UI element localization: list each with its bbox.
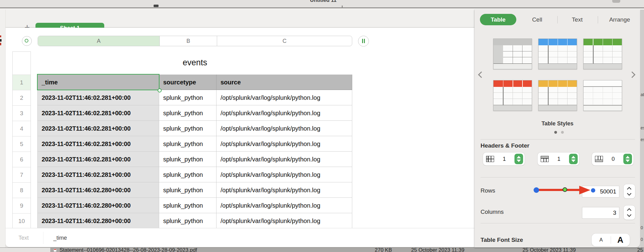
decrease-font-button[interactable]: A — [592, 237, 611, 243]
annotation-mid-dot — [563, 187, 567, 192]
row-header-blank[interactable] — [13, 52, 31, 75]
stepper-up-icon[interactable] — [627, 208, 631, 213]
table-style-green-header[interactable] — [583, 39, 622, 69]
footer-rows-stepper[interactable]: 0 — [592, 152, 634, 165]
annotation-target-dot — [591, 188, 595, 193]
style-gallery-prev-chevron-icon[interactable] — [478, 71, 485, 78]
cell-time[interactable]: 2023-11-02T11:46:02.280+00:00 — [38, 198, 159, 213]
cell-source[interactable]: /opt/splunk/var/log/splunk/python.log — [217, 182, 352, 198]
table-style-gray-grid[interactable] — [493, 39, 532, 69]
row-header-9[interactable]: 9 — [13, 198, 31, 213]
table-row: 2023-11-02T11:46:02.281+00:00 splunk_pyt… — [38, 121, 352, 136]
cell-source[interactable]: /opt/splunk/var/log/splunk/python.log — [217, 213, 352, 229]
format-inspector-panel: Table Cell Text Arrange — [474, 10, 640, 247]
columns-stepper[interactable] — [624, 205, 635, 220]
cell-time[interactable]: 2023-11-02T11:46:02.281+00:00 — [38, 90, 159, 105]
table-style-red-header[interactable] — [493, 80, 532, 111]
table-row: 2023-11-02T11:46:02.280+00:00 splunk_pyt… — [38, 198, 352, 213]
annotation-arrow-line — [536, 189, 586, 191]
row-header-4[interactable]: 4 — [13, 121, 31, 136]
cell-sourcetype[interactable]: splunk_python — [159, 182, 217, 198]
document-title: Untitled 11 — [292, 0, 354, 3]
header-cell-sourcetype[interactable]: sourcetype — [159, 75, 217, 90]
add-column-glyph — [364, 39, 365, 43]
columns-label: Columns — [481, 209, 504, 215]
gallery-page-dot-active[interactable] — [554, 131, 557, 134]
cell-time[interactable]: 2023-11-02T11:46:02.281+00:00 — [38, 121, 159, 136]
footer-rows-updown[interactable] — [623, 154, 632, 164]
stepper-down-icon[interactable] — [627, 213, 631, 217]
row-header-10[interactable]: 10 — [13, 213, 31, 229]
toolbar-fragment — [612, 0, 620, 3]
cell-source[interactable]: /opt/splunk/var/log/splunk/python.log — [217, 167, 352, 182]
annotation-start-dot — [534, 187, 539, 193]
cell-source[interactable]: /opt/splunk/var/log/splunk/python.log — [217, 198, 352, 213]
increase-font-button[interactable]: A — [611, 235, 630, 245]
tab-arrange[interactable]: Arrange — [604, 14, 636, 25]
style-gallery-next-chevron-icon[interactable] — [629, 71, 635, 78]
row-header-1[interactable]: 1 — [13, 75, 31, 90]
header-columns-stepper[interactable]: 1 — [483, 152, 525, 165]
cell-time[interactable]: 2023-11-02T11:46:02.281+00:00 — [38, 152, 159, 167]
add-column-handle[interactable] — [358, 36, 369, 47]
columns-count-field[interactable]: 3 — [582, 207, 619, 219]
row-header-3[interactable]: 3 — [13, 106, 31, 121]
cell-sourcetype[interactable]: splunk_python — [159, 105, 217, 121]
rows-stepper[interactable] — [624, 184, 635, 198]
header-rows-updown[interactable] — [569, 154, 578, 164]
background-finder-row[interactable]: Statement--010696-02013428--26-08-2023-2… — [0, 247, 644, 252]
header-columns-updown[interactable] — [514, 154, 523, 164]
cell-sourcetype[interactable]: splunk_python — [159, 198, 217, 213]
table-style-blue-header[interactable] — [538, 39, 577, 69]
cell-source[interactable]: /opt/splunk/var/log/splunk/python.log — [217, 136, 352, 152]
row-header-7[interactable]: 7 — [13, 167, 31, 183]
column-header-a[interactable]: A — [38, 36, 159, 46]
tab-cell[interactable]: Cell — [526, 14, 549, 25]
table-row: 2023-11-02T11:46:02.281+00:00 splunk_pyt… — [38, 136, 352, 152]
background-fragment — [0, 39, 2, 42]
row-header-2[interactable]: 2 — [13, 90, 31, 106]
row-header-6[interactable]: 6 — [13, 152, 31, 167]
cell-source[interactable]: /opt/splunk/var/log/splunk/python.log — [217, 121, 352, 136]
table-title[interactable]: events — [38, 58, 352, 69]
row-number-column: 1 2 3 4 5 6 7 8 9 10 — [12, 51, 31, 229]
cell-sourcetype[interactable]: splunk_python — [159, 167, 217, 182]
header-cell-source[interactable]: source — [217, 75, 352, 90]
annotation-arrowhead — [579, 186, 590, 194]
cell-sourcetype[interactable]: splunk_python — [159, 213, 217, 229]
gallery-page-dot[interactable] — [561, 131, 564, 134]
stepper-down-icon[interactable] — [627, 191, 631, 196]
table-style-plain[interactable] — [583, 80, 622, 111]
toolbar-fragment — [154, 5, 159, 7]
row-header-8[interactable]: 8 — [13, 183, 31, 198]
cell-time[interactable]: 2023-11-02T11:46:02.281+00:00 — [38, 105, 159, 121]
column-header-b[interactable]: B — [159, 36, 217, 46]
cell-time[interactable]: 2023-11-02T11:46:02.281+00:00 — [38, 136, 159, 152]
cell-time[interactable]: 2023-11-02T11:46:02.280+00:00 — [38, 213, 159, 229]
cell-sourcetype[interactable]: splunk_python — [159, 136, 217, 152]
table-select-all-handle[interactable] — [22, 36, 32, 46]
tab-table[interactable]: Table — [480, 14, 516, 25]
footer-rows-icon — [595, 156, 603, 162]
header-rows-icon — [541, 156, 549, 162]
selection-resize-handle[interactable] — [158, 88, 162, 92]
section-divider — [481, 223, 635, 223]
row-header-5[interactable]: 5 — [13, 136, 31, 152]
table-styles-title: Table Styles — [475, 120, 640, 127]
cell-sourcetype[interactable]: splunk_python — [159, 90, 217, 105]
cell-sourcetype[interactable]: splunk_python — [159, 152, 217, 167]
cell-source[interactable]: /opt/splunk/var/log/splunk/python.log — [217, 152, 352, 167]
cell-source[interactable]: /opt/splunk/var/log/splunk/python.log — [217, 90, 352, 105]
cell-time[interactable]: 2023-11-02T11:46:02.281+00:00 — [38, 167, 159, 182]
header-rows-stepper[interactable]: 1 — [538, 152, 579, 165]
tab-text[interactable]: Text — [566, 14, 589, 25]
cell-time[interactable]: 2023-11-02T11:46:02.280+00:00 — [38, 182, 159, 198]
background-fragment: es — [641, 125, 644, 130]
font-size-control: A A — [592, 234, 630, 246]
stepper-up-icon[interactable] — [627, 187, 631, 191]
cell-source[interactable]: /opt/splunk/var/log/splunk/python.log — [217, 105, 352, 121]
table-style-orange-header[interactable] — [538, 80, 577, 111]
cell-sourcetype[interactable]: splunk_python — [159, 121, 217, 136]
column-header-c[interactable]: C — [217, 36, 352, 46]
pdf-file-icon — [53, 248, 57, 252]
